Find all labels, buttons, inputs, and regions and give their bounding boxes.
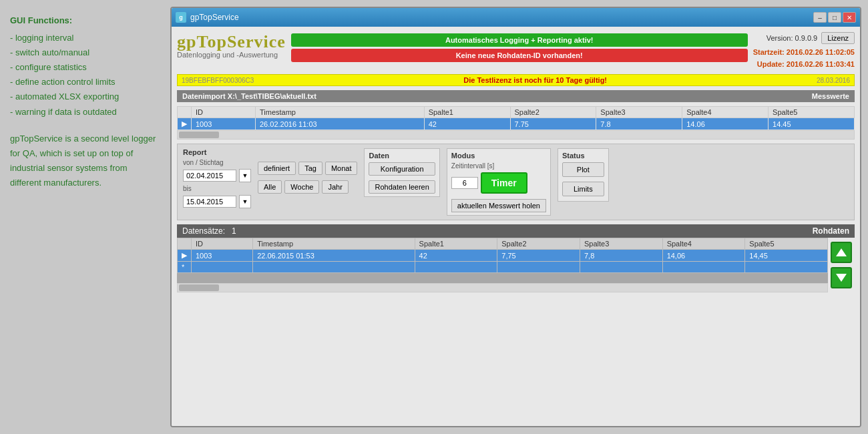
aktuell-button[interactable]: aktuellen Messwert holen: [451, 199, 546, 212]
startzeit-label: Startzeit:: [753, 48, 785, 56]
bis-calendar-button[interactable]: ▼: [239, 195, 251, 208]
app-subtitle: Datenlogging und -Auswertung: [177, 51, 286, 59]
minimize-button[interactable]: –: [813, 12, 827, 23]
von-calendar-button[interactable]: ▼: [239, 169, 251, 182]
status-red: Keine neue Rohdaten-ID vorhanden!: [291, 49, 748, 62]
gui-item-1: - logging interval: [10, 31, 160, 45]
rd-col-s5: Spalte5: [745, 238, 828, 250]
von-row: ▼: [183, 169, 251, 182]
col-id: ID: [192, 107, 256, 118]
maximize-button[interactable]: □: [828, 12, 841, 23]
rd-row1-s5: 14,45: [745, 250, 828, 262]
rohdaten-bottom: ID Timestamp Spalte1 Spalte2 Spalte3 Spa…: [177, 238, 855, 292]
app-title: gpTopService: [177, 32, 286, 52]
tag-button[interactable]: Tag: [298, 162, 322, 175]
rd-col-timestamp: Timestamp: [253, 238, 415, 250]
von-date-input[interactable]: [183, 170, 236, 182]
von-label: von / Stichtag: [183, 159, 251, 166]
messwerte-table-container: ID Timestamp Spalte1 Spalte2 Spalte3 Spa…: [177, 106, 855, 140]
row-s1: 42: [424, 118, 510, 130]
rd-row2-s4: [662, 262, 745, 273]
modus-label: Modus: [451, 152, 546, 160]
definiert-button[interactable]: definiert: [258, 162, 296, 175]
period-group: definiert Tag Monat Alle Woche Jahr: [258, 162, 357, 194]
import-text: Datenimport X:\_Test\TIBEG\aktuell.txt: [182, 92, 316, 100]
up-arrow-button[interactable]: [831, 242, 852, 263]
row-arrow: ▶: [178, 118, 192, 130]
zeitintervall-row: Timer: [451, 172, 546, 194]
down-arrow-icon: [836, 274, 847, 282]
woche-button[interactable]: Woche: [284, 180, 319, 194]
timer-button[interactable]: Timer: [481, 172, 527, 194]
lizenz-button[interactable]: Lizenz: [821, 32, 855, 44]
bis-date-input[interactable]: [183, 196, 236, 208]
messwerte-scrollbar[interactable]: [177, 130, 855, 140]
rohdaten-leeren-button[interactable]: Rohdaten leeren: [369, 180, 435, 194]
window-content: gpTopService Datenlogging und -Auswertun…: [172, 27, 860, 426]
rd-col-s4: Spalte4: [662, 238, 745, 250]
col-arrow: [178, 107, 192, 118]
window-controls: – □ ✕: [813, 12, 856, 23]
datensaetze-value: 1: [232, 226, 236, 236]
version-text: Version: 0.9.0.9: [767, 34, 817, 42]
zeitintervall-label: Zeitintervall [s]: [451, 162, 546, 170]
col-spalte1: Spalte1: [424, 107, 510, 118]
scrollbar-thumb[interactable]: [179, 132, 219, 138]
konfiguration-button[interactable]: Konfiguration: [369, 162, 435, 176]
controls-section: Report von / Stichtag ▼ bis ▼ definiert …: [177, 144, 855, 220]
license-message: Die Testlizenz ist noch für 10 Tage gült…: [463, 76, 607, 84]
side-arrows: [828, 238, 855, 292]
rd-col-arrow: [178, 238, 192, 250]
col-spalte3: Spalte3: [596, 107, 682, 118]
zeitintervall-input[interactable]: [451, 177, 478, 189]
table-row-new[interactable]: *: [178, 262, 828, 273]
report-label: Report: [183, 148, 251, 156]
rd-col-id: ID: [192, 238, 253, 250]
rohdaten-main: ID Timestamp Spalte1 Spalte2 Spalte3 Spa…: [177, 238, 828, 292]
rd-row2-s5: [745, 262, 828, 273]
header-row: gpTopService Datenlogging und -Auswertun…: [177, 32, 855, 70]
down-arrow-button[interactable]: [831, 267, 852, 288]
plot-button[interactable]: Plot: [562, 162, 604, 177]
rd-row2-s3: [580, 262, 662, 273]
app-title-block: gpTopService Datenlogging und -Auswertun…: [177, 32, 286, 59]
rd-row1-s2: 7,75: [497, 250, 580, 262]
row-s5: 14.45: [769, 118, 855, 130]
rohdaten-table: ID Timestamp Spalte1 Spalte2 Spalte3 Spa…: [177, 238, 828, 273]
close-button[interactable]: ✕: [843, 12, 856, 23]
rohdaten-header: Datensätze: 1 Rohdaten: [177, 224, 855, 238]
rohdaten-table-wrap: ID Timestamp Spalte1 Spalte2 Spalte3 Spa…: [177, 238, 828, 292]
datensaetze-text: Datensätze: 1: [182, 226, 236, 236]
rd-row2-arrow: *: [178, 262, 192, 273]
table-row[interactable]: ▶ 1003 26.02.2016 11:03 42 7.75 7.8 14.0…: [178, 118, 855, 130]
period-row2: Alle Woche Jahr: [258, 180, 357, 194]
alle-button[interactable]: Alle: [258, 180, 282, 194]
messwerte-label: Messwerte: [812, 92, 849, 100]
bis-label: bis: [183, 185, 251, 192]
rohdaten-label: Rohdaten: [813, 226, 849, 236]
rd-row2-id: [192, 262, 253, 273]
jahr-button[interactable]: Jahr: [322, 180, 348, 194]
datensaetze-label: Datensätze:: [182, 226, 225, 236]
monat-button[interactable]: Monat: [325, 162, 358, 175]
row-s2: 7.75: [510, 118, 596, 130]
rd-scrollbar-thumb[interactable]: [179, 284, 219, 291]
status-buttons: Automatisches Logging + Reporting aktiv!…: [291, 33, 748, 62]
limits-button[interactable]: Limits: [562, 182, 604, 196]
bis-row: ▼: [183, 195, 251, 208]
update-label: Update:: [757, 60, 785, 68]
row-timestamp: 26.02.2016 11:03: [256, 118, 425, 130]
update-value: 2016.02.26 11:03:41: [787, 60, 855, 68]
table-row[interactable]: ▶ 1003 22.06.2015 01:53 42 7,75 7,8 14,0…: [178, 250, 828, 262]
license-id: 19BFEBFBFF000306C3: [182, 77, 254, 84]
report-group: Report von / Stichtag ▼ bis ▼: [183, 148, 251, 208]
row-s4: 14.06: [682, 118, 769, 130]
row-s3: 7.8: [596, 118, 682, 130]
time-info: Startzeit: 2016.02.26 11:02:05 Update: 2…: [753, 47, 855, 70]
modus-group: Modus Zeitintervall [s] Timer aktuellen …: [447, 148, 551, 216]
rd-col-s2: Spalte2: [497, 238, 580, 250]
rd-row1-s1: 42: [415, 250, 497, 262]
rd-row1-s4: 14,06: [662, 250, 745, 262]
rohdaten-scrollbar[interactable]: [177, 283, 828, 292]
empty-area: [177, 273, 828, 283]
